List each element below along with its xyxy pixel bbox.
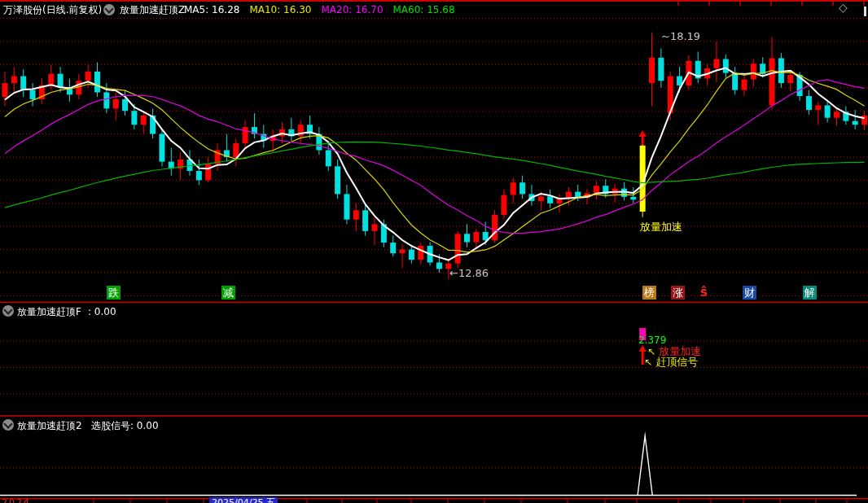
- arrow-up-left-icon: ↖: [644, 356, 652, 368]
- ma-legend-item: MA10: 16.30: [249, 3, 311, 16]
- diamond-icon[interactable]: ◇: [839, 2, 848, 13]
- event-badge[interactable]: 榜: [642, 286, 656, 300]
- event-badge[interactable]: ŝ: [697, 286, 711, 300]
- event-badge[interactable]: 减: [221, 286, 235, 300]
- panel2-value: : 0.00: [88, 305, 116, 318]
- panel2-chevron-down-icon[interactable]: [2, 305, 14, 317]
- ma-legend-item: MA5: 16.28: [184, 3, 239, 16]
- event-badge[interactable]: 涨: [671, 286, 685, 300]
- high-price-label: ~18.19: [661, 30, 700, 42]
- volume-accel-label: 放量加速: [640, 220, 682, 234]
- axis-left-date-partial: 2024: [2, 497, 31, 503]
- panel3-chevron-down-icon[interactable]: [2, 419, 14, 431]
- scrollbar-thumb[interactable]: [864, 7, 866, 16]
- stock-title: 万泽股份(日线.前复权): [3, 3, 102, 16]
- panel2-annotation-2-text: 赶顶信号: [655, 356, 698, 368]
- app-window: 万泽股份(日线.前复权) 放量加速赶顶Z MA5: 16.28MA10: 16.…: [0, 0, 868, 503]
- event-badge[interactable]: 财: [743, 286, 756, 300]
- selected-date-label: 2025/04/25 五: [209, 497, 278, 503]
- chevron-down-icon[interactable]: [103, 4, 115, 15]
- ma-legend: MA5: 16.28MA10: 16.30MA20: 16.70MA60: 15…: [184, 3, 455, 16]
- panel2-title[interactable]: 放量加速赶顶F: [17, 305, 81, 318]
- low-price-label: ←12.86: [449, 267, 489, 279]
- panel3-value: 选股信号: 0.00: [91, 419, 159, 432]
- panel2-annotation-2: ↖ 赶顶信号: [644, 355, 698, 370]
- event-badge[interactable]: 解: [803, 286, 817, 300]
- indicator-title[interactable]: 放量加速赶顶Z: [120, 3, 185, 16]
- ma-legend-item: MA20: 16.70: [321, 3, 383, 16]
- event-badge[interactable]: 跌: [107, 286, 121, 300]
- ma-legend-item: MA60: 15.68: [393, 3, 455, 16]
- panel3-title[interactable]: 放量加速赶顶2: [17, 419, 82, 432]
